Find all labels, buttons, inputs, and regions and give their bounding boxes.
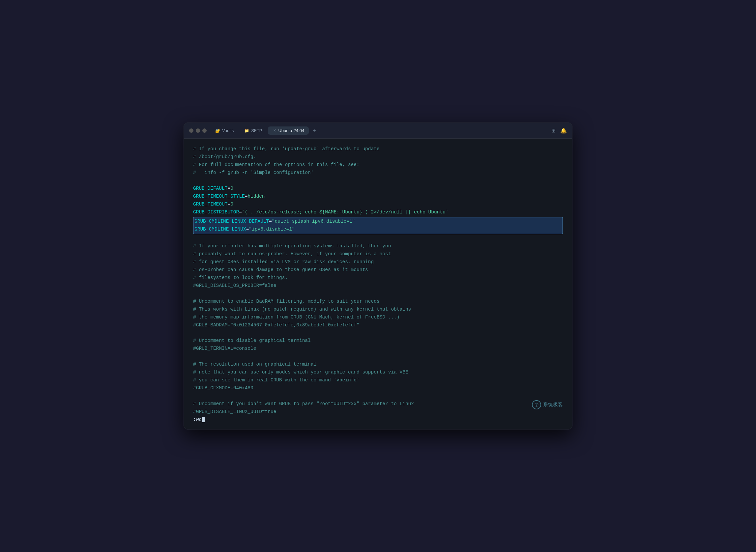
- add-tab-button[interactable]: +: [310, 127, 318, 135]
- layout-icon[interactable]: ⊞: [551, 127, 556, 134]
- titlebar: 🔐 Vaults 📁 SFTP ✕ Ubuntu-24.04 + ⊞ 🔔: [184, 123, 572, 139]
- tab-ubuntu-label: Ubuntu-24.04: [278, 128, 304, 133]
- close-button[interactable]: [189, 128, 194, 133]
- line-comment-resolution-2: # note that you can use only modes which…: [193, 369, 563, 377]
- maximize-button[interactable]: [202, 128, 207, 133]
- line-2: # /boot/grub/grub.cfg.: [193, 153, 563, 161]
- line-grub-disable-uuid: #GRUB_DISABLE_LINUX_UUID=true: [193, 408, 563, 416]
- tab-close-icon[interactable]: ✕: [273, 128, 276, 133]
- watermark-text: 系统极客: [543, 401, 563, 409]
- line-1: # If you change this file, run 'update-g…: [193, 145, 563, 153]
- line-grub-default: GRUB_DEFAULT=0: [193, 185, 563, 193]
- tab-sftp-label: SFTP: [251, 128, 262, 133]
- tab-vaults-label: Vaults: [222, 128, 234, 133]
- tab-vaults[interactable]: 🔐 Vaults: [211, 127, 238, 135]
- tab-ubuntu[interactable]: ✕ Ubuntu-24.04: [268, 127, 309, 135]
- line-comment-multiboot-5: # filesystems to look for things.: [193, 274, 563, 282]
- bell-icon[interactable]: 🔔: [560, 127, 567, 134]
- sftp-icon: 📁: [244, 128, 249, 133]
- line-comment-badram-1: # Uncomment to enable BadRAM filtering, …: [193, 298, 563, 306]
- tab-sftp[interactable]: 📁 SFTP: [240, 127, 266, 135]
- line-grub-disable-os-prober: #GRUB_DISABLE_OS_PROBER=false: [193, 282, 563, 290]
- watermark-icon: ◎: [532, 400, 541, 409]
- line-3: # For full documentation of the options …: [193, 161, 563, 169]
- highlighted-cmdline-block: GRUB_CMDLINE_LINUX_DEFAULT="quiet splash…: [193, 217, 563, 234]
- line-comment-multiboot-4: # os-prober can cause damage to those gu…: [193, 266, 563, 274]
- minimize-button[interactable]: [196, 128, 200, 133]
- titlebar-controls: ⊞ 🔔: [551, 127, 567, 134]
- line-comment-resolution-1: # The resolution used on graphical termi…: [193, 361, 563, 369]
- empty-2: [193, 235, 563, 243]
- line-grub-cmdline-linux: GRUB_CMDLINE_LINUX="ipv6.disable=1": [195, 226, 561, 234]
- empty-1: [193, 177, 563, 185]
- line-grub-terminal: #GRUB_TERMINAL=console: [193, 345, 563, 353]
- cursor: [202, 417, 205, 422]
- empty-3: [193, 290, 563, 298]
- terminal-content: # If you change this file, run 'update-g…: [184, 139, 572, 429]
- line-grub-badram: #GRUB_BADRAM="0x01234567,0xfefefefe,0x89…: [193, 321, 563, 329]
- line-comment-multiboot-3: # for guest OSes installed via LVM or ra…: [193, 258, 563, 266]
- traffic-lights: [189, 128, 207, 133]
- cmd-prompt-line: :wq: [193, 416, 563, 424]
- line-comment-badram-2: # This works with Linux (no patch requir…: [193, 306, 563, 313]
- line-grub-timeout-style: GRUB_TIMEOUT_STYLE=hidden: [193, 193, 563, 200]
- empty-5: [193, 353, 563, 361]
- line-4: # info -f grub -n 'Simple configuration': [193, 169, 563, 177]
- line-comment-multiboot-1: # If your computer has multiple operatin…: [193, 242, 563, 250]
- line-grub-gfxmode: #GRUB_GFXMODE=640x480: [193, 384, 563, 392]
- line-comment-terminal: # Uncomment to disable graphical termina…: [193, 337, 563, 345]
- line-grub-timeout: GRUB_TIMEOUT=0: [193, 200, 563, 209]
- line-comment-uuid: # Uncomment if you don't want GRUB to pa…: [193, 400, 563, 408]
- empty-6: [193, 392, 563, 400]
- watermark: ◎ 系统极客: [532, 400, 563, 409]
- line-comment-multiboot-2: # probably want to run os-prober. Howeve…: [193, 250, 563, 258]
- cmd-prompt-text: :wq: [193, 417, 202, 422]
- line-grub-distributor: GRUB_DISTRIBUTOR=`( . /etc/os-release; e…: [193, 209, 563, 217]
- line-comment-resolution-3: # you can see them in real GRUB with the…: [193, 377, 563, 384]
- line-comment-badram-3: # the memory map information from GRUB (…: [193, 313, 563, 321]
- vaults-icon: 🔐: [215, 128, 220, 133]
- line-grub-cmdline-default: GRUB_CMDLINE_LINUX_DEFAULT="quiet splash…: [195, 218, 561, 226]
- empty-4: [193, 329, 563, 337]
- terminal-window: 🔐 Vaults 📁 SFTP ✕ Ubuntu-24.04 + ⊞ 🔔 # I…: [184, 123, 572, 429]
- tab-bar: 🔐 Vaults 📁 SFTP ✕ Ubuntu-24.04 +: [211, 127, 547, 135]
